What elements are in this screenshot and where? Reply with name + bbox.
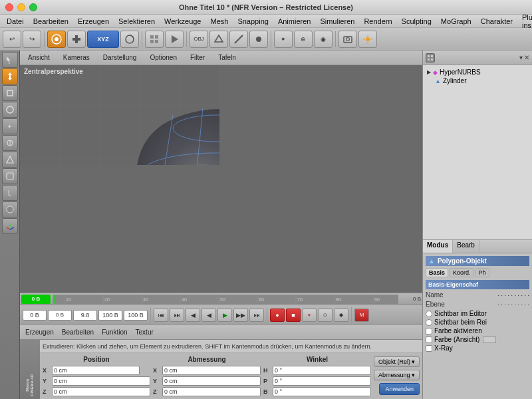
menu-mograph[interactable]: MoGraph xyxy=(437,17,475,26)
grid-view-icon[interactable] xyxy=(426,53,435,63)
tab-tafeln[interactable]: Tafeln xyxy=(213,53,241,63)
snap-btn[interactable]: ⊕ xyxy=(294,31,313,48)
abm-z-input[interactable] xyxy=(162,387,261,396)
rotate-tool[interactable] xyxy=(2,102,18,118)
basis-tab-koord[interactable]: Koord. xyxy=(450,268,474,277)
abm-mode-dropdown[interactable]: Abmessung ▾ xyxy=(374,370,420,380)
panel-arrow-down[interactable]: ▾ xyxy=(519,54,523,61)
menu-snapping[interactable]: Snapping xyxy=(233,17,273,26)
props-tab-modus[interactable]: Modus xyxy=(423,240,453,253)
st-bearbeiten[interactable]: Bearbeiten xyxy=(59,328,96,336)
menu-simulieren[interactable]: Simulieren xyxy=(316,17,358,26)
mode-button-1[interactable] xyxy=(47,31,66,48)
max-frame2-input[interactable]: 100 B xyxy=(124,310,148,321)
panel-close[interactable]: ✕ xyxy=(524,54,529,61)
mode-button-2[interactable] xyxy=(67,31,86,48)
tree-item-hypernurbs[interactable]: ▶ ◆ HyperNURBS xyxy=(426,68,529,76)
step-back-button[interactable]: ◀ xyxy=(186,309,200,322)
maximize-button[interactable] xyxy=(29,3,37,11)
menu-datei[interactable]: Datei xyxy=(3,17,28,26)
menu-rendern[interactable]: Rendern xyxy=(360,17,396,26)
menu-animieren[interactable]: Animieren xyxy=(274,17,315,26)
menu-erzeugen[interactable]: Erzeugen xyxy=(74,17,113,26)
tab-filter[interactable]: Filter xyxy=(185,53,210,63)
scale-tool[interactable] xyxy=(2,85,18,101)
tab-darstellung[interactable]: Darstellung xyxy=(98,53,142,63)
point-btn[interactable] xyxy=(249,31,268,48)
tool-10[interactable] xyxy=(2,201,18,217)
sichtbar-editor-radio[interactable] xyxy=(426,311,432,317)
close-button[interactable] xyxy=(5,3,13,11)
ang-p-input[interactable] xyxy=(273,376,371,386)
motion-btn[interactable]: M xyxy=(354,309,369,322)
basis-tab-ph[interactable]: Ph xyxy=(475,268,489,277)
record-button[interactable]: ● xyxy=(270,309,285,322)
tool-7[interactable] xyxy=(2,152,18,168)
pos-x-input[interactable] xyxy=(52,366,140,375)
undo-button[interactable]: ↩ xyxy=(3,31,21,48)
pos-z-input[interactable] xyxy=(52,387,150,396)
auto-key-button[interactable]: ● xyxy=(302,309,317,322)
render-button[interactable] xyxy=(165,31,184,48)
edge-btn[interactable] xyxy=(229,31,248,48)
xray-cb[interactable] xyxy=(426,345,432,352)
soft-btn[interactable]: ◉ xyxy=(314,31,332,48)
stop-button[interactable]: ■ xyxy=(286,309,301,322)
apply-button[interactable]: Anwenden xyxy=(379,383,420,395)
goto-end-button[interactable]: ⏭ xyxy=(249,309,264,322)
farbe-ansicht-cb[interactable] xyxy=(426,336,432,343)
menu-werkzeuge[interactable]: Werkzeuge xyxy=(160,17,205,26)
play-button[interactable]: ▶ xyxy=(217,309,232,322)
key-sel-button[interactable]: ◇ xyxy=(318,309,332,322)
pos-y-input[interactable] xyxy=(52,376,150,386)
tool-6[interactable] xyxy=(2,135,18,151)
camera-btn[interactable] xyxy=(338,31,357,48)
menu-plugins[interactable]: Plug-ins xyxy=(518,13,532,30)
menu-mesh[interactable]: Mesh xyxy=(206,17,232,26)
viewport-3d[interactable]: Zentralperspektive xyxy=(20,65,422,293)
tab-kameras[interactable]: Kameras xyxy=(58,53,95,63)
st-erzeugen[interactable]: Erzeugen xyxy=(23,328,57,336)
tool-5[interactable]: ✦ xyxy=(2,118,18,134)
farbe-ansicht-swatch[interactable] xyxy=(483,336,496,343)
abm-x-input[interactable] xyxy=(162,366,261,375)
rotate-button[interactable] xyxy=(120,31,139,48)
menu-charakter[interactable]: Charakter xyxy=(477,17,517,26)
object-btn[interactable]: OBJ xyxy=(190,31,208,48)
play-forward-button[interactable]: ▶▶ xyxy=(233,309,248,322)
menu-bearbeiten[interactable]: Bearbeiten xyxy=(29,17,72,26)
st-textur[interactable]: Textur xyxy=(133,328,156,336)
magnet-btn[interactable]: ✦ xyxy=(274,31,293,48)
basis-tab-basis[interactable]: Basis xyxy=(426,268,448,277)
select-tool[interactable] xyxy=(2,52,18,68)
st-funktion[interactable]: Funktion xyxy=(99,328,130,336)
start-frame-input[interactable]: 0 B xyxy=(48,310,72,321)
redo-button[interactable]: ↪ xyxy=(23,31,41,48)
minimize-button[interactable] xyxy=(17,3,25,11)
move-tool[interactable] xyxy=(2,68,18,84)
tab-ansicht[interactable]: Ansicht xyxy=(23,53,55,63)
sichtbar-render-radio[interactable] xyxy=(426,319,432,326)
goto-start-button[interactable]: ⏮ xyxy=(154,309,168,322)
menu-selektieren[interactable]: Selektieren xyxy=(114,17,159,26)
tool-axis[interactable] xyxy=(2,218,18,234)
prev-key-button[interactable]: ⏭ xyxy=(170,309,184,322)
farbe-aktivieren-cb[interactable] xyxy=(426,328,432,334)
menu-sculpting[interactable]: Sculpting xyxy=(398,17,436,26)
tab-optionen[interactable]: Optionen xyxy=(144,53,182,63)
key-all-button[interactable]: ◆ xyxy=(334,309,348,322)
light-btn[interactable] xyxy=(358,31,377,48)
ang-h-input[interactable] xyxy=(273,366,371,375)
view-button[interactable] xyxy=(145,31,164,48)
tool-9[interactable]: L xyxy=(2,185,18,201)
play-back-button[interactable]: ◀ xyxy=(201,309,216,322)
tool-8[interactable] xyxy=(2,168,18,184)
max-frame-input[interactable]: 100 B xyxy=(98,310,122,321)
abm-y-input[interactable] xyxy=(162,376,261,386)
fps-input[interactable]: 9.8 xyxy=(73,310,97,321)
props-tab-bearb[interactable]: Bearb xyxy=(453,240,479,253)
axis-xyz-button[interactable]: XYZ xyxy=(87,31,119,48)
poly-btn[interactable] xyxy=(209,31,228,48)
coord-mode-dropdown[interactable]: Objekt (Rel) ▾ xyxy=(374,356,420,367)
ang-b-input[interactable] xyxy=(273,387,371,396)
